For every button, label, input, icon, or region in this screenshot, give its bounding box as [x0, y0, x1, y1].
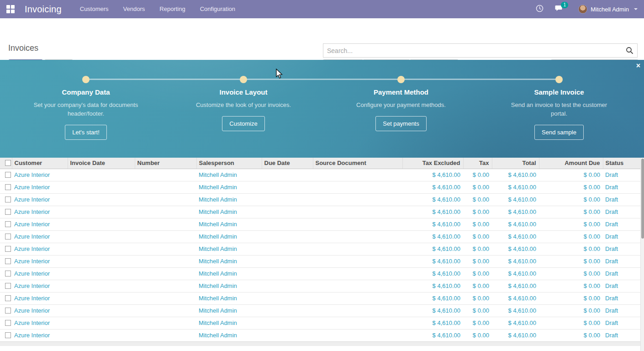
cell-status[interactable]: Draft — [603, 218, 640, 230]
cell-invoice_date[interactable] — [68, 280, 135, 292]
cell-salesperson[interactable]: Mitchell Admin — [196, 169, 262, 181]
cell-tax_excluded[interactable]: $ 4,610.00 — [402, 243, 463, 255]
cell-due_date[interactable] — [262, 317, 313, 329]
cell-amount_due[interactable]: $ 0.00 — [539, 304, 603, 317]
column-header-invoice_date[interactable]: Invoice Date — [68, 158, 135, 169]
cell-total[interactable]: $ 4,610.00 — [492, 218, 539, 230]
cell-number[interactable] — [135, 181, 196, 193]
table-row[interactable]: Azure InteriorMitchell Admin$ 4,610.00$ … — [0, 304, 640, 317]
cell-due_date[interactable] — [262, 304, 313, 317]
cell-total[interactable]: $ 4,610.00 — [492, 243, 539, 255]
column-header-due_date[interactable]: Due Date — [262, 158, 313, 169]
vertical-scrollbar[interactable] — [640, 158, 644, 351]
cell-source_document[interactable] — [313, 292, 402, 304]
user-menu[interactable]: Mitchell Admin — [572, 5, 638, 14]
table-row[interactable]: Azure InteriorMitchell Admin$ 4,610.00$ … — [0, 267, 640, 280]
column-header-salesperson[interactable]: Salesperson — [196, 158, 262, 169]
cell-status[interactable]: Draft — [603, 230, 640, 243]
cell-tax[interactable]: $ 0.00 — [463, 317, 492, 329]
cell-status[interactable]: Draft — [603, 317, 640, 329]
cell-customer[interactable]: Azure Interior — [12, 218, 68, 230]
cell-invoice_date[interactable] — [68, 181, 135, 193]
cell-due_date[interactable] — [262, 280, 313, 292]
cell-tax_excluded[interactable]: $ 4,610.00 — [402, 169, 463, 181]
lets-start-button[interactable]: Let's start! — [65, 125, 107, 140]
cell-total[interactable]: $ 4,610.00 — [492, 169, 539, 181]
row-checkbox[interactable] — [5, 283, 11, 289]
cell-tax[interactable]: $ 0.00 — [463, 230, 492, 243]
row-checkbox[interactable] — [5, 184, 11, 190]
cell-tax_excluded[interactable]: $ 4,610.00 — [402, 218, 463, 230]
cell-customer[interactable]: Azure Interior — [12, 243, 68, 255]
banner-close-icon[interactable]: × — [636, 62, 640, 70]
cell-due_date[interactable] — [262, 329, 313, 341]
cell-number[interactable] — [135, 206, 196, 218]
cell-amount_due[interactable]: $ 0.00 — [539, 169, 603, 181]
activities-clock-icon[interactable] — [532, 5, 547, 14]
cell-tax_excluded[interactable]: $ 4,610.00 — [402, 181, 463, 193]
table-row[interactable]: Azure InteriorMitchell Admin$ 4,610.00$ … — [0, 169, 640, 181]
cell-total[interactable]: $ 4,610.00 — [492, 329, 539, 341]
set-payments-button[interactable]: Set payments — [375, 116, 427, 131]
cell-salesperson[interactable]: Mitchell Admin — [196, 267, 262, 280]
cell-status[interactable]: Draft — [603, 255, 640, 267]
row-checkbox[interactable] — [5, 271, 11, 277]
cell-source_document[interactable] — [313, 329, 402, 341]
cell-total[interactable]: $ 4,610.00 — [492, 292, 539, 304]
cell-invoice_date[interactable] — [68, 193, 135, 206]
menu-vendors[interactable]: Vendors — [118, 0, 151, 18]
cell-invoice_date[interactable] — [68, 206, 135, 218]
row-checkbox[interactable] — [5, 234, 11, 239]
cell-invoice_date[interactable] — [68, 267, 135, 280]
cell-invoice_date[interactable] — [68, 292, 135, 304]
cell-salesperson[interactable]: Mitchell Admin — [196, 304, 262, 317]
column-header-customer[interactable]: Customer — [12, 158, 68, 169]
cell-tax[interactable]: $ 0.00 — [463, 169, 492, 181]
column-header-amount_due[interactable]: Amount Due — [539, 158, 603, 169]
cell-salesperson[interactable]: Mitchell Admin — [196, 317, 262, 329]
cell-total[interactable]: $ 4,610.00 — [492, 193, 539, 206]
row-checkbox[interactable] — [5, 295, 11, 301]
search-input[interactable] — [323, 47, 622, 54]
cell-salesperson[interactable]: Mitchell Admin — [196, 218, 262, 230]
send-sample-button[interactable]: Send sample — [534, 125, 584, 140]
row-checkbox[interactable] — [5, 209, 11, 215]
cell-source_document[interactable] — [313, 181, 402, 193]
cell-amount_due[interactable]: $ 0.00 — [539, 329, 603, 341]
cell-source_document[interactable] — [313, 267, 402, 280]
cell-number[interactable] — [135, 329, 196, 341]
cell-amount_due[interactable]: $ 0.00 — [539, 181, 603, 193]
cell-amount_due[interactable]: $ 0.00 — [539, 280, 603, 292]
table-row[interactable]: Azure InteriorMitchell Admin$ 4,610.00$ … — [0, 206, 640, 218]
cell-number[interactable] — [135, 304, 196, 317]
cell-amount_due[interactable]: $ 0.00 — [539, 230, 603, 243]
cell-status[interactable]: Draft — [603, 292, 640, 304]
cell-due_date[interactable] — [262, 230, 313, 243]
cell-tax[interactable]: $ 0.00 — [463, 280, 492, 292]
cell-total[interactable]: $ 4,610.00 — [492, 304, 539, 317]
table-row[interactable]: Azure InteriorMitchell Admin$ 4,610.00$ … — [0, 255, 640, 267]
cell-customer[interactable]: Azure Interior — [12, 169, 68, 181]
cell-salesperson[interactable]: Mitchell Admin — [196, 181, 262, 193]
row-checkbox[interactable] — [5, 197, 11, 202]
cell-tax_excluded[interactable]: $ 4,610.00 — [402, 193, 463, 206]
cell-number[interactable] — [135, 255, 196, 267]
page-title[interactable]: Invoices — [8, 43, 38, 53]
cell-status[interactable]: Draft — [603, 243, 640, 255]
cell-total[interactable]: $ 4,610.00 — [492, 230, 539, 243]
table-row[interactable]: Azure InteriorMitchell Admin$ 4,610.00$ … — [0, 230, 640, 243]
cell-source_document[interactable] — [313, 206, 402, 218]
cell-tax[interactable]: $ 0.00 — [463, 243, 492, 255]
row-checkbox[interactable] — [5, 258, 11, 264]
cell-customer[interactable]: Azure Interior — [12, 292, 68, 304]
cell-invoice_date[interactable] — [68, 329, 135, 341]
cell-status[interactable]: Draft — [603, 193, 640, 206]
cell-tax_excluded[interactable]: $ 4,610.00 — [402, 292, 463, 304]
cell-status[interactable]: Draft — [603, 329, 640, 341]
cell-due_date[interactable] — [262, 206, 313, 218]
customize-button[interactable]: Customize — [222, 116, 264, 131]
cell-tax_excluded[interactable]: $ 4,610.00 — [402, 267, 463, 280]
cell-due_date[interactable] — [262, 193, 313, 206]
cell-amount_due[interactable]: $ 0.00 — [539, 243, 603, 255]
cell-due_date[interactable] — [262, 169, 313, 181]
